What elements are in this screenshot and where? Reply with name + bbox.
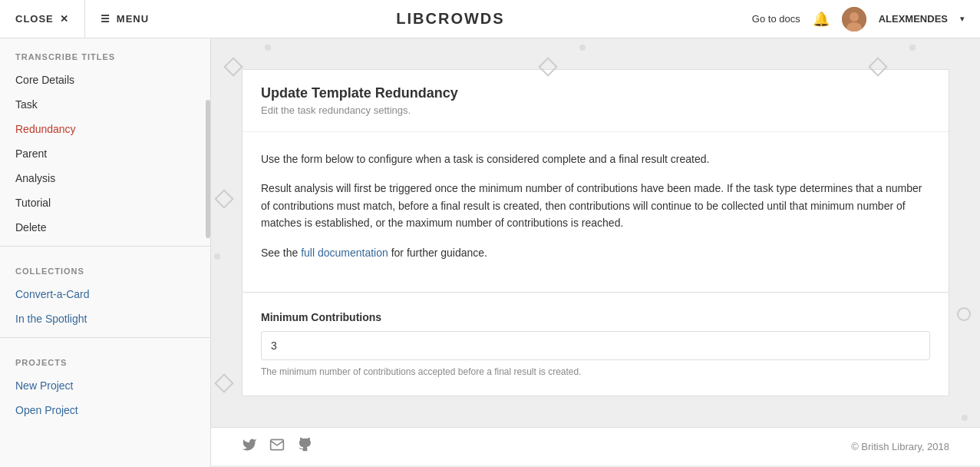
sidebar-item-in-the-spotlight[interactable]: In the Spotlight [0,306,210,331]
sidebar-item-task[interactable]: Task [0,92,210,117]
dot-decor [265,45,271,51]
sidebar-item-delete[interactable]: Delete [0,215,210,240]
diamond-left [214,189,233,208]
sidebar-item-convert-a-card[interactable]: Convert-a-Card [0,282,210,306]
sidebar-item-tutorial[interactable]: Tutorial [0,190,210,215]
sidebar-item-analysis[interactable]: Analysis [0,166,210,190]
sidebar-scrollbar[interactable] [206,100,210,238]
sidebar-section-collections: COLLECTIONS [0,253,210,282]
diamond-left-2 [214,373,233,392]
topnav-right: Go to docs 🔔 ALEXMENDES ▾ [737,7,980,31]
email-icon[interactable] [269,437,285,456]
avatar [842,7,866,31]
sidebar-section-transcribe: TRANSCRIBE TITLES [0,38,210,68]
footer: © British Library, 2018 [211,427,980,465]
field-hint: The minimum number of contributions acce… [261,366,930,377]
card-subtitle: Edit the task redundancy settings. [261,104,930,116]
circle-right [957,307,971,321]
body-text-1: Use the form below to configure when a t… [261,151,930,167]
card-title: Update Template Redundancy [261,85,930,101]
body-text-3-prefix: See the [261,247,301,259]
card-body: Use the form below to configure when a t… [243,132,949,292]
main-layout: TRANSCRIBE TITLES Core Details Task Redu… [0,38,980,467]
menu-button[interactable]: ☰ MENU [85,0,164,38]
sidebar-item-open-project[interactable]: Open Project [0,398,210,422]
notifications-bell[interactable]: 🔔 [813,11,830,28]
dot-right [962,415,968,421]
sidebar-item-redundancy[interactable]: Redundancy [0,117,210,141]
sidebar: TRANSCRIBE TITLES Core Details Task Redu… [0,38,211,467]
sidebar-divider-1 [0,246,210,247]
brand-logo: LIBCROWDS [164,10,737,28]
username-label[interactable]: ALEXMENDES [879,13,948,25]
close-label: CLOSE [15,13,54,25]
dot-decor-3 [909,45,916,51]
content-card: Update Template Redundancy Edit the task… [242,69,949,293]
copyright: © British Library, 2018 [851,441,949,452]
card-header: Update Template Redundancy Edit the task… [243,70,949,132]
user-menu-chevron[interactable]: ▾ [960,14,965,24]
body-text-3: See the full documentation for further g… [261,244,930,261]
body-text-2: Result analysis will first be triggered … [261,180,930,231]
twitter-icon[interactable] [242,437,257,456]
topnav: CLOSE ✕ ☰ MENU LIBCROWDS Go to docs 🔔 AL… [0,0,980,38]
sidebar-section-projects: PROJECTS [0,344,210,373]
goto-docs-link[interactable]: Go to docs [752,13,800,25]
sidebar-item-new-project[interactable]: New Project [0,373,210,398]
body-text-3-suffix: for further guidance. [388,247,487,259]
main-content: Update Template Redundancy Edit the task… [211,38,980,467]
sidebar-item-parent[interactable]: Parent [0,141,210,166]
close-button[interactable]: CLOSE ✕ [0,0,85,38]
contributions-section: Minimum Contributions The minimum number… [242,293,949,396]
diamond-decor [223,57,243,76]
menu-label: MENU [117,13,149,25]
footer-icons [242,437,312,456]
dot-decor-2 [579,45,586,51]
sidebar-divider-2 [0,337,210,338]
menu-icon: ☰ [101,13,111,25]
dot-left [214,253,220,260]
github-icon[interactable] [297,437,312,456]
close-icon: ✕ [60,13,69,25]
minimum-contributions-input[interactable] [261,331,930,360]
full-documentation-link[interactable]: full documentation [301,247,388,259]
field-label: Minimum Contributions [261,311,930,323]
sidebar-item-core-details[interactable]: Core Details [0,68,210,92]
svg-point-1 [850,12,859,22]
